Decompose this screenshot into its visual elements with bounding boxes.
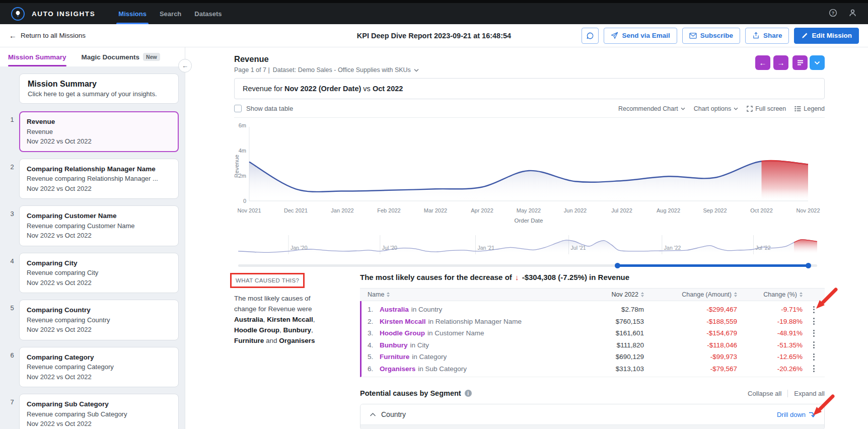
cause-name-link[interactable]: Organisers — [380, 365, 415, 373]
annotation-box-what-caused-this: WHAT CAUSED THIS? — [230, 273, 305, 288]
info-icon[interactable]: i — [465, 390, 472, 397]
cell-change-amount: -$99,973 — [644, 353, 737, 361]
date-range-slider — [234, 262, 825, 269]
lightbulb-logo-icon[interactable] — [11, 7, 25, 21]
svg-text:Dec 2021: Dec 2021 — [284, 207, 308, 213]
svg-text:Jan 2022: Jan 2022 — [331, 207, 353, 213]
cause-name-link[interactable]: Kirsten Mccall — [380, 318, 426, 325]
cell-change-amount: -$118,046 — [644, 341, 737, 349]
row-rank: 6. — [368, 365, 380, 373]
svg-text:2m: 2m — [239, 173, 246, 179]
sort-icon — [387, 292, 390, 297]
chart-options-dropdown[interactable]: Chart options — [694, 105, 738, 112]
decrease-arrow-icon: ↓ — [514, 273, 520, 281]
list-item[interactable]: 3 Comparing Customer Name Revenue compar… — [5, 205, 179, 246]
accordion-row-country[interactable]: Country Drill down — [360, 404, 824, 424]
kebab-menu-icon[interactable] — [803, 341, 825, 349]
main-panel: Revenue Page 1 of 7 | Dataset: Demo Sale… — [185, 47, 868, 429]
user-icon[interactable] — [848, 9, 857, 19]
svg-text:Sep 2022: Sep 2022 — [703, 207, 727, 213]
cause-name-link[interactable]: Furniture — [380, 353, 409, 361]
tab-missions[interactable]: Missions — [118, 3, 147, 24]
kebab-menu-icon[interactable] — [803, 352, 825, 361]
cell-change-amount: -$79,567 — [644, 365, 737, 373]
table-row: 5. Furniture in Category $690,129 -$99,9… — [361, 351, 825, 363]
legend-button[interactable]: Legend — [794, 105, 825, 112]
hamburger-icon — [797, 60, 804, 65]
cell-change-amount: -$299,467 — [644, 306, 737, 313]
column-change-amount[interactable]: Change (Amount) — [644, 291, 737, 298]
slider-selected-range[interactable] — [617, 264, 809, 267]
tab-search[interactable]: Search — [160, 3, 181, 24]
column-nov-2022[interactable]: Nov 2022 — [563, 291, 644, 298]
dataset-selector[interactable]: Dataset: Demo Sales - Office Supplies wi… — [273, 66, 411, 74]
table-row: 3. Hoodle Group in Customer Name $161,60… — [361, 327, 825, 339]
cause-name-link[interactable]: Bunbury — [380, 341, 408, 349]
back-to-missions-link[interactable]: ← Return to all Missions — [9, 31, 86, 40]
expand-all-link[interactable]: Expand all — [794, 390, 825, 397]
kebab-menu-icon[interactable] — [803, 365, 825, 373]
expand-menu-button[interactable] — [810, 55, 825, 70]
chevron-down-icon — [681, 107, 685, 110]
item-title: Comparing Sub Category — [27, 399, 171, 409]
recommended-chart-dropdown[interactable]: Recommended Chart — [618, 105, 685, 112]
list-item[interactable]: 4 Comparing City Revenue comparing City … — [5, 253, 179, 294]
sidebar-collapse-button[interactable]: ← — [178, 59, 192, 73]
cell-change-amount: -$188,559 — [644, 318, 737, 325]
accordion-content-cutoff — [360, 424, 824, 429]
share-button[interactable]: Share — [745, 28, 789, 44]
list-item[interactable]: 6 Comparing Category Revenue comparing C… — [5, 347, 179, 388]
kebab-menu-icon[interactable] — [803, 317, 825, 326]
sidebar: ← Mission Summary Magic Documents New Mi… — [0, 47, 185, 429]
item-desc: Revenue — [27, 127, 171, 137]
subscribe-button[interactable]: Subscribe — [682, 28, 740, 44]
top-navbar: AUTO INSIGHTS Missions Search Datasets ? — [0, 3, 868, 24]
svg-text:?: ? — [832, 10, 834, 15]
comments-button[interactable] — [582, 28, 599, 44]
list-item[interactable]: 5 Comparing Country Revenue comparing Co… — [5, 300, 179, 340]
column-change-pct[interactable]: Change (%) — [737, 291, 803, 298]
column-name[interactable]: Name — [360, 291, 563, 298]
tab-mission-summary[interactable]: Mission Summary — [8, 47, 66, 66]
cause-name-link[interactable]: Hoodle Group — [380, 329, 425, 337]
send-via-email-button[interactable]: Send via Email — [604, 28, 677, 44]
next-page-button[interactable]: → — [773, 55, 788, 70]
collapse-all-link[interactable]: Collapse all — [748, 390, 781, 397]
slider-handle-left[interactable] — [615, 263, 620, 268]
show-data-table-checkbox[interactable] — [234, 105, 242, 112]
svg-text:Jan '20: Jan '20 — [291, 245, 308, 251]
cell-current-value: $2.78m — [563, 306, 644, 313]
svg-text:Mar 2022: Mar 2022 — [424, 207, 447, 213]
item-title: Comparing City — [27, 258, 171, 268]
history-minimap[interactable]: Jan '20Jul '20Jan '21Jul '21Jan '22Jul '… — [234, 233, 825, 259]
list-item[interactable]: 1 Revenue Revenue Nov 2022 vs Oct 2022 — [5, 111, 179, 152]
show-data-table-label: Show data table — [246, 105, 293, 112]
divider — [787, 390, 788, 397]
help-icon[interactable]: ? — [829, 9, 837, 19]
list-item[interactable]: 2 Comparing Relationship Manager Name Re… — [5, 159, 179, 199]
cause-name-link[interactable]: Australia — [380, 306, 409, 313]
svg-text:6m: 6m — [239, 122, 246, 128]
mission-summary-card[interactable]: Mission Summary Click here to get a summ… — [19, 74, 179, 104]
full-screen-button[interactable]: Full screen — [747, 105, 786, 112]
page-menu-button[interactable] — [792, 55, 808, 70]
revenue-chart[interactable]: 02m4m6mRevenueNov 2021Dec 2021Jan 2022Fe… — [234, 118, 825, 231]
tab-magic-documents[interactable]: Magic Documents New — [82, 47, 160, 66]
tab-datasets[interactable]: Datasets — [194, 3, 222, 24]
kebab-menu-icon[interactable] — [803, 305, 825, 314]
drill-down-link[interactable]: Drill down — [777, 411, 815, 418]
slider-handle-right[interactable] — [806, 263, 811, 268]
edit-mission-button[interactable]: Edit Mission — [794, 28, 859, 44]
item-desc: Revenue comparing Relationship Manager .… — [27, 174, 171, 184]
mission-pages-list: Mission Summary Click here to get a summ… — [0, 66, 185, 429]
item-period: Nov 2022 vs Oct 2022 — [27, 184, 171, 194]
page-header: ← Return to all Missions KPI Deep Dive R… — [0, 24, 868, 47]
chevron-down-icon — [814, 61, 820, 65]
svg-text:Revenue: Revenue — [234, 155, 240, 178]
chevron-down-icon — [414, 68, 419, 72]
list-item[interactable]: 7 Comparing Sub Category Revenue compari… — [5, 394, 179, 429]
previous-page-button[interactable]: ← — [755, 55, 770, 70]
envelope-icon — [689, 32, 697, 39]
slider-track[interactable] — [238, 264, 817, 267]
kebab-menu-icon[interactable] — [803, 329, 825, 337]
